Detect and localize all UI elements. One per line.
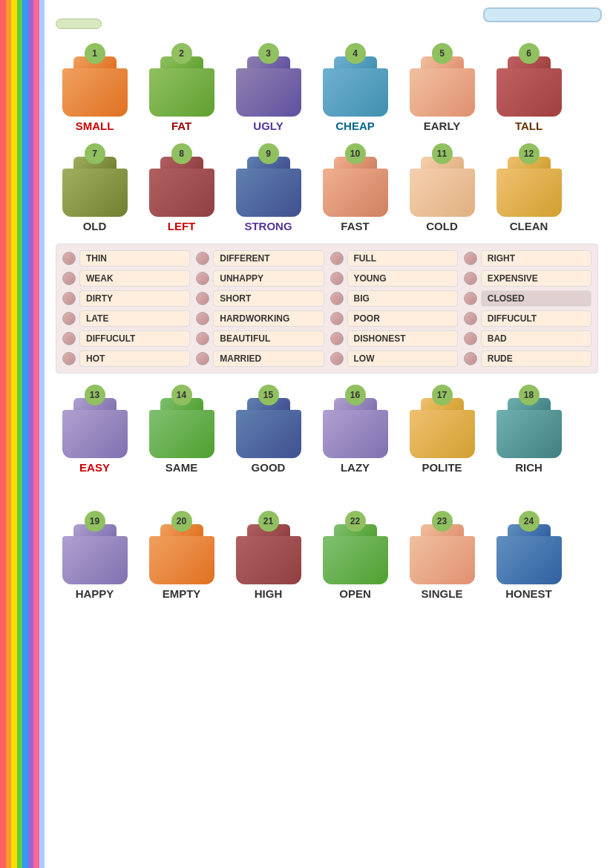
jar-number: 20 [171, 511, 192, 532]
word-box[interactable]: THIN [79, 250, 190, 267]
jar-label: EMPTY [163, 587, 201, 600]
jar-number: 24 [519, 511, 540, 532]
word-circle [196, 292, 209, 305]
jar-shape [148, 157, 215, 217]
jar-shape [62, 524, 128, 584]
jar-shape [235, 157, 302, 217]
word-circle [196, 312, 209, 325]
word-item[interactable]: LOW [330, 350, 458, 367]
word-item[interactable]: WEAK [62, 270, 190, 287]
word-box[interactable]: POOR [347, 310, 458, 327]
jar-label: POLITE [422, 461, 462, 474]
word-box[interactable]: RIGHT [481, 250, 591, 267]
word-circle [196, 332, 209, 345]
jar-number: 23 [432, 511, 453, 532]
jar-item: 7OLD [56, 143, 134, 232]
word-box[interactable]: DIFFUCULT [481, 310, 591, 327]
info-box [483, 7, 602, 22]
word-box[interactable]: LATE [79, 310, 190, 327]
jar-number: 10 [345, 143, 366, 164]
word-box[interactable]: EXPENSIVE [481, 270, 591, 287]
word-item[interactable]: DIFFERENT [196, 250, 324, 267]
border-stripes [0, 0, 45, 868]
word-box[interactable]: DISHONEST [347, 330, 458, 347]
jar-row-1: 1SMALL2FAT3UGLY4CHEAP5EARLY6TALL [56, 43, 598, 132]
jar-number: 19 [85, 511, 105, 532]
jar-label: HONEST [505, 587, 552, 600]
word-box[interactable]: HARDWORKING [213, 310, 324, 327]
word-item[interactable]: HARDWORKING [196, 310, 324, 327]
jar-number: 5 [432, 43, 453, 64]
jar-label: GOOD [252, 461, 286, 474]
word-item[interactable]: RUDE [464, 350, 591, 367]
word-item[interactable]: BIG [330, 290, 458, 307]
word-box[interactable]: BAD [481, 330, 591, 347]
jar-shape [496, 398, 563, 458]
jar-number: 16 [345, 385, 366, 405]
word-item[interactable]: HOT [62, 350, 190, 367]
jar-label: FAT [171, 120, 191, 132]
word-circle [330, 292, 344, 305]
jar-item: 6TALL [490, 43, 568, 132]
word-box[interactable]: RUDE [481, 350, 591, 367]
word-item[interactable]: FULL [330, 250, 458, 267]
word-box[interactable]: YOUNG [347, 270, 458, 287]
word-box[interactable]: SHORT [213, 290, 324, 307]
jar-item: 2FAT [142, 43, 220, 132]
word-circle [330, 252, 344, 265]
word-item[interactable]: BAD [464, 330, 591, 347]
word-box[interactable]: BIG [347, 290, 458, 307]
word-box[interactable]: FULL [347, 250, 458, 267]
word-circle [62, 332, 76, 345]
word-box[interactable]: CLOSED [481, 290, 591, 307]
jar-number: 1 [85, 43, 105, 64]
word-box[interactable]: DIFFERENT [213, 250, 324, 267]
word-item[interactable]: BEAUTIFUL [196, 330, 324, 347]
jar-item: 17POLITE [403, 385, 481, 474]
jar-item: 12CLEAN [490, 143, 568, 232]
word-box[interactable]: DIRTY [79, 290, 190, 307]
word-item[interactable]: POOR [330, 310, 458, 327]
word-item[interactable]: DISHONEST [330, 330, 458, 347]
word-box[interactable]: LOW [347, 350, 458, 367]
word-item[interactable]: DIFFUCULT [62, 330, 190, 347]
jar-number: 15 [258, 385, 279, 405]
word-item[interactable]: UNHAPPY [196, 270, 324, 287]
word-box[interactable]: HOT [79, 350, 190, 367]
jar-number: 12 [519, 143, 540, 164]
jar-shape [148, 524, 215, 584]
jar-item: 24HONEST [490, 511, 568, 600]
jar-label: RICH [515, 461, 542, 474]
word-item[interactable]: SHORT [196, 290, 324, 307]
jar-item: 11COLD [403, 143, 481, 232]
word-item[interactable]: THIN [62, 250, 190, 267]
word-circle [330, 332, 344, 345]
jar-number: 11 [432, 143, 453, 164]
word-item[interactable]: DIRTY [62, 290, 190, 307]
word-item[interactable]: EXPENSIVE [464, 270, 591, 287]
word-box[interactable]: MARRIED [213, 350, 324, 367]
word-item[interactable]: YOUNG [330, 270, 458, 287]
word-item[interactable]: MARRIED [196, 350, 324, 367]
word-circle [62, 352, 76, 365]
jar-item: 15GOOD [229, 385, 307, 474]
word-circle [464, 272, 477, 285]
word-item[interactable]: LATE [62, 310, 190, 327]
jar-item: 18RICH [490, 385, 568, 474]
jar-number: 18 [519, 385, 540, 405]
word-circle [62, 312, 76, 325]
word-item[interactable]: RIGHT [464, 250, 591, 267]
word-item[interactable]: CLOSED [464, 290, 591, 307]
word-item[interactable]: DIFFUCULT [464, 310, 591, 327]
jar-number: 6 [519, 43, 540, 64]
jar-item: 9STRONG [229, 143, 307, 232]
word-circle [330, 272, 344, 285]
word-circle [62, 272, 76, 285]
words-section: THINDIFFERENTFULLRIGHTWEAKUNHAPPYYOUNGEX… [56, 244, 598, 373]
word-box[interactable]: WEAK [79, 270, 190, 287]
word-box[interactable]: DIFFUCULT [79, 330, 190, 347]
jar-shape [62, 56, 128, 117]
word-box[interactable]: UNHAPPY [213, 270, 324, 287]
jar-item: 16LAZY [316, 385, 394, 474]
word-box[interactable]: BEAUTIFUL [213, 330, 324, 347]
